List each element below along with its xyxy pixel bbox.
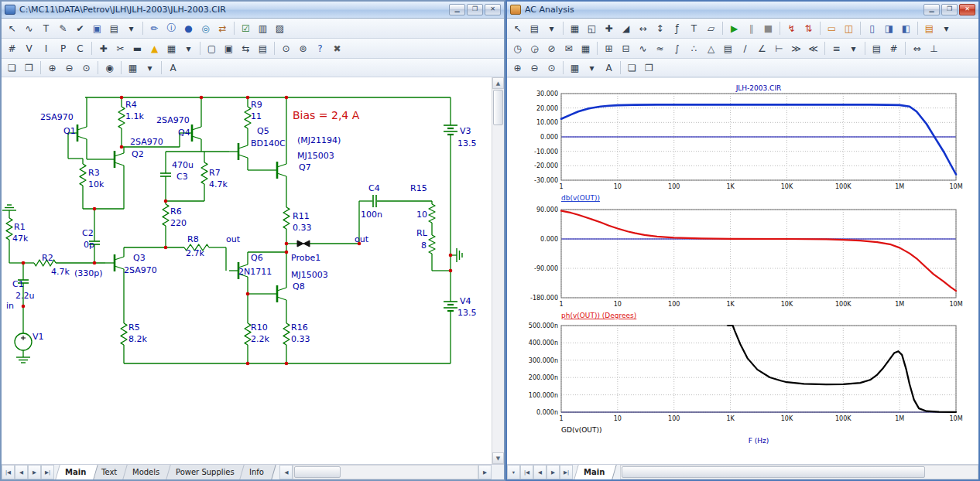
component-label[interactable]: Bias = 2,4 A [293,110,359,121]
waveform-icon[interactable]: ∿ [635,40,651,56]
vertical-scroll-thumb[interactable] [493,90,503,125]
send-icon[interactable]: ✉ [560,40,577,56]
data-points-icon[interactable]: ∴ [686,40,702,56]
stop-icon[interactable]: ■ [760,20,776,36]
tab-last-button[interactable]: ▶| [41,465,54,479]
font-icon[interactable]: A [601,60,617,76]
smoothing-icon[interactable]: ≈ [652,40,668,56]
minimize-button[interactable]: ▁ [449,4,465,15]
horizontal-scroll-track[interactable] [620,465,978,479]
tab-power-supplies[interactable]: Power Supplies [166,465,246,479]
component-label[interactable]: in [6,302,14,310]
grid-select-icon[interactable]: ▦ [567,60,583,76]
info-mode-icon[interactable]: ⓘ [163,20,180,36]
close-button[interactable]: ✕ [485,4,501,15]
grid-select-icon[interactable]: ▦ [125,60,141,76]
component-label[interactable]: R3 [88,169,100,177]
grid-properties-icon[interactable]: ▦ [577,40,594,56]
graphics-mode-icon[interactable]: ✎ [55,20,71,36]
vertical-axis-icon[interactable]: ⊟ [618,40,634,56]
cursor-mode-icon[interactable]: ✚ [601,20,617,36]
calculator-icon[interactable]: # [886,40,902,56]
zoom-out-icon[interactable]: ⊖ [526,60,543,76]
check-model-icon[interactable]: ☑ [238,20,254,36]
scroll-right-button[interactable]: ▶ [478,465,492,479]
tab-prev-button[interactable]: ◀ [533,465,547,479]
minimize-button[interactable]: ▁ [923,4,940,15]
text-mode-icon[interactable]: T [38,20,54,36]
tab-info[interactable]: Info [240,465,276,479]
component-label[interactable]: C3 [176,172,188,181]
component-label[interactable]: RL [416,229,427,237]
component-label[interactable]: 100n [361,210,382,219]
file-dropdown-icon[interactable]: ▾ [543,20,560,36]
stack-dropdown-icon[interactable]: ▾ [845,40,862,56]
flip-icon[interactable]: ⇆ [238,40,254,56]
help-icon[interactable]: ? [312,40,328,56]
component-browser-icon[interactable]: ▤ [106,20,122,36]
scroll-down-button[interactable]: ▼ [492,452,504,464]
slope-icon[interactable]: ∕ [737,40,753,56]
run-icon[interactable]: ▶ [726,20,742,36]
component-label[interactable]: R5 [128,323,140,332]
currents-icon[interactable]: I [38,40,54,56]
component-label[interactable]: 13.5 [457,139,477,148]
component-label[interactable]: 0p [84,240,94,249]
component-label[interactable]: C1 [12,280,24,288]
component-label[interactable]: MJ15003 [297,152,334,160]
analysis-horizontal-scrollbar[interactable] [620,465,978,479]
component-label[interactable]: MJ15003 [291,271,328,279]
state-editor-icon[interactable]: ▯ [864,20,880,36]
component-label[interactable]: R9 [251,101,262,109]
zoom-scale-icon[interactable]: ⊙ [543,60,560,76]
properties-icon[interactable]: ▤ [255,40,271,56]
optimize-icon[interactable]: ⇅ [800,20,817,36]
stack-plots-icon[interactable]: ≡ [828,40,845,56]
close-button[interactable]: ✕ [959,4,975,15]
component-label[interactable]: out [226,235,240,244]
help-mode-icon[interactable]: ● [180,20,197,36]
horizontal-scroll-thumb[interactable] [622,466,925,478]
component-label[interactable]: Q4 [178,128,190,137]
copy-to-clipboard-icon[interactable]: ❏ [624,60,640,76]
breakpoints-icon[interactable]: ◫ [841,20,857,36]
waveform-buffer-icon[interactable]: ◨ [881,20,897,36]
plot-page-dropdown-button[interactable]: ▾ [507,465,520,479]
component-label[interactable]: 4.7k [51,268,70,276]
node-voltages-icon[interactable]: V [21,40,37,56]
component-label[interactable]: 10 [416,210,427,219]
copy-page-icon[interactable]: ▣ [221,40,237,56]
token-icon[interactable]: △ [703,40,719,56]
component-label[interactable]: V1 [33,333,44,341]
component-label[interactable]: R8 [187,235,199,244]
component-label[interactable]: BD140C [251,139,286,148]
grid-select-dropdown-icon[interactable]: ▾ [142,60,158,76]
select-arrow-icon[interactable]: ↖ [509,20,526,36]
component-label[interactable]: 0.33 [291,335,310,343]
horizontal-tag-icon[interactable]: ↔ [635,20,651,36]
plot-2[interactable]: 90.0000.000-90.000-180.0001101001K10K100… [513,205,971,321]
component-label[interactable]: 2.2k [251,335,269,343]
new-page-icon[interactable]: ▢ [204,40,220,56]
scroll-up-button[interactable]: ▲ [492,77,504,89]
fft-icon[interactable]: ∫ [669,40,685,56]
component-label[interactable]: 0.33 [293,223,312,232]
component-label[interactable]: Q1 [63,127,76,135]
zoom-out-icon[interactable]: ⊖ [61,60,77,76]
document-edit-icon[interactable]: ▨ [272,20,288,36]
point-tag-icon[interactable]: ◢ [618,20,634,36]
tangent-icon[interactable]: ∠ [754,40,770,56]
delay-icon[interactable]: ◶ [526,40,543,56]
close-mode-icon[interactable]: ✖ [329,40,345,56]
component-label[interactable]: 470u [172,161,194,169]
file-icon[interactable]: ▤ [526,20,543,36]
tab-next-button[interactable]: ▶ [28,465,41,479]
tab-last-button[interactable]: ▶| [560,465,573,479]
component-label[interactable]: R16 [291,323,308,332]
component-label[interactable]: 1.1k [125,112,144,121]
component-label[interactable]: (330p) [74,269,103,278]
tab-first-button[interactable]: |◀ [520,465,533,479]
schematic-vertical-scrollbar[interactable]: ▲ ▼ [492,77,504,464]
maximize-button[interactable]: ❐ [467,4,483,15]
output-dropdown-icon[interactable]: ▾ [938,20,954,36]
